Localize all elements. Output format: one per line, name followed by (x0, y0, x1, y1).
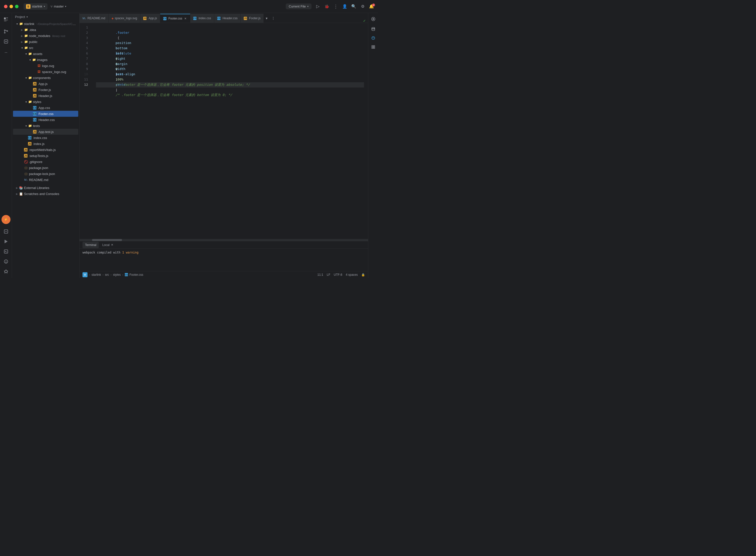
tree-item-public[interactable]: ▶ 📁 public (13, 39, 78, 45)
tree-item-src[interactable]: ▾ 📁 src (13, 45, 78, 51)
code-content[interactable]: .footer { position : absolute ; bottom : (92, 23, 368, 239)
tree-item-app-css[interactable]: ▶ CS App.css (13, 105, 78, 111)
database-icon[interactable] (369, 25, 377, 33)
tree-label-footer-js: Footer.js (38, 88, 77, 92)
tree-item-footer-js[interactable]: ▶ JS Footer.js (13, 87, 78, 93)
tree-arrow-scratches: ▶ (15, 192, 19, 196)
current-file-button[interactable]: Current File ▾ (286, 3, 311, 9)
tree-item-assets[interactable]: ▾ 📁 assets (13, 51, 78, 57)
css-selector: .footer (115, 31, 129, 35)
sidebar-item-run[interactable] (1, 237, 10, 246)
branch-selector[interactable]: ⑂ master ▾ (50, 4, 66, 8)
tab-app-js[interactable]: JS App.js (140, 14, 160, 23)
maximize-button[interactable] (15, 5, 19, 8)
tree-label-footer-css: Footer.css (38, 112, 77, 116)
tree-item-node-modules[interactable]: ▶ 📁 node_modules library root (13, 33, 78, 39)
cursor-position[interactable]: 11:1 (317, 273, 323, 277)
sidebar-item-problems[interactable] (1, 257, 10, 266)
tab-terminal[interactable]: Terminal (82, 242, 99, 248)
svg-file-icon: ◈ (111, 17, 113, 20)
tree-label-gitignore: .gitignore (29, 160, 77, 164)
sidebar-item-ai[interactable] (1, 267, 10, 276)
horizontal-scrollbar[interactable] (79, 239, 368, 241)
sidebar-item-vcs[interactable] (1, 37, 10, 46)
tree-item-footer-css[interactable]: ▶ CS Footer.css (13, 111, 78, 117)
tabs-more-button[interactable]: ▾ (264, 14, 270, 23)
minimize-button[interactable] (9, 5, 13, 8)
svg-rect-0 (4, 18, 6, 19)
search-icon[interactable]: 🔍 (351, 4, 356, 9)
tree-item-report-web-vitals[interactable]: ▶ JS reportWebVitals.js (13, 147, 78, 153)
tree-item-header-js[interactable]: ▶ JS Header.js (13, 93, 78, 99)
account-icon[interactable]: 👤 (342, 4, 347, 9)
tab-header-css[interactable]: CS Header.css (214, 14, 241, 23)
tree-item-readme[interactable]: ▶ M↓ README.md (13, 177, 78, 183)
tree-root[interactable]: ▾ 📁 starlink ~/Desktop/Projects/SpaceX/C… (13, 21, 78, 27)
svg-rect-2 (4, 20, 8, 20)
tree-item-app-test[interactable]: ▶ JS App.test.js (13, 129, 78, 135)
tab-local[interactable]: Local ✕ (100, 242, 116, 248)
tree-item-scratches[interactable]: ▶ 📋 Scratches and Consoles (13, 191, 78, 197)
sidebar-item-terminal[interactable] (1, 247, 10, 256)
more-button[interactable]: ⋮ (333, 4, 339, 9)
tree-item-setup-tests[interactable]: ▶ JS setupTests.js (13, 153, 78, 159)
tab-footer-css[interactable]: CS Footer.css ✕ (160, 14, 190, 23)
tree-item-external-libs[interactable]: ▶ 📚 External Libraries (13, 185, 78, 191)
css-comment: /* .footer 是一个选择器，它会将 footer 元素的 bottom … (115, 93, 232, 97)
traffic-lights (4, 5, 19, 8)
user-avatar[interactable]: ⚡ (1, 215, 10, 224)
ai-assistant-icon[interactable] (369, 15, 377, 23)
tree-item-images[interactable]: ▾ 📁 images (13, 57, 78, 63)
sidebar-item-bookmarks[interactable] (1, 227, 10, 236)
project-selector[interactable]: S starlink ▾ (24, 3, 47, 10)
tree-item-header-css[interactable]: ▶ CS Header.css (13, 117, 78, 123)
notifications-button[interactable]: 🔔 1 (369, 4, 374, 9)
file-tree-header[interactable]: Project ▾ (12, 13, 79, 21)
tree-item-logo-svg[interactable]: ▶ 🖼 logo.svg (13, 63, 78, 69)
debug-button[interactable]: 🐞 (324, 4, 330, 9)
sidebar-item-project[interactable] (1, 15, 10, 24)
plugin-icon[interactable] (369, 43, 377, 51)
tree-label-styles: styles (33, 100, 77, 104)
settings-icon[interactable]: ⚙ (360, 4, 366, 9)
tree-item-package-json[interactable]: ▶ { } package.json (13, 165, 78, 171)
tree-item-package-lock-json[interactable]: ▶ { } package-lock.json (13, 171, 78, 177)
run-button[interactable]: ▷ (315, 4, 320, 9)
tree-item-spacex-svg[interactable]: ▶ 🖼 spacex_logo.svg (13, 69, 78, 75)
tab-close-button[interactable]: ✕ (183, 17, 187, 20)
code-line-8: text-align : center ; (96, 62, 364, 67)
tree-item-gitignore[interactable]: ▶ 🚫 .gitignore (13, 159, 78, 165)
tree-item-idea[interactable]: ▶ 📁 .idea (13, 27, 78, 33)
tab-footer-js[interactable]: JS Footer.js (241, 14, 264, 23)
line-ending[interactable]: LF (327, 273, 330, 277)
tree-item-index-css[interactable]: ▶ CS index.css (13, 135, 78, 141)
code-line-3: bottom : 0 ; (96, 35, 364, 41)
tree-item-tests[interactable]: ▾ 📁 tests (13, 123, 78, 129)
tab-index-css[interactable]: CS index.css (190, 14, 214, 23)
tabs-overflow-button[interactable]: ⋮ (270, 14, 277, 23)
copilot-icon[interactable] (369, 34, 377, 42)
line-number: 10 (79, 72, 88, 77)
tab-close-button[interactable]: ✕ (111, 243, 113, 246)
tree-item-app-js[interactable]: ▶ JS App.js (13, 81, 78, 87)
tab-spacex-svg[interactable]: ◈ spacex_logo.svg (108, 14, 140, 23)
tree-item-index-js[interactable]: ▶ JS index.js (13, 141, 78, 147)
svg-point-6 (7, 31, 8, 32)
sidebar-item-more[interactable]: ··· (1, 48, 10, 57)
sidebar-item-git[interactable] (1, 27, 10, 36)
close-button[interactable] (4, 5, 7, 8)
scrollbar-thumb[interactable] (92, 239, 122, 241)
tab-readme[interactable]: M↓ README.md (79, 14, 108, 23)
tree-label-setup: setupTests.js (30, 154, 77, 158)
tree-item-styles[interactable]: ▾ 📁 styles (13, 99, 78, 105)
tree-label-idea: .idea (29, 28, 77, 32)
tree-label-app-css: App.css (38, 106, 77, 110)
encoding[interactable]: UTF-8 (334, 273, 342, 277)
tree-item-components[interactable]: ▾ 📁 components (13, 75, 78, 81)
indent (115, 36, 123, 40)
indent-size[interactable]: 4 spaces (346, 273, 358, 277)
code-line-9: } (96, 67, 364, 72)
right-sidebar (368, 13, 378, 278)
tree-label-header-css: Header.css (38, 118, 77, 122)
code-editor[interactable]: 1 2 3 4 5 6 7 8 9 10 11 12 .footer { (79, 23, 368, 239)
